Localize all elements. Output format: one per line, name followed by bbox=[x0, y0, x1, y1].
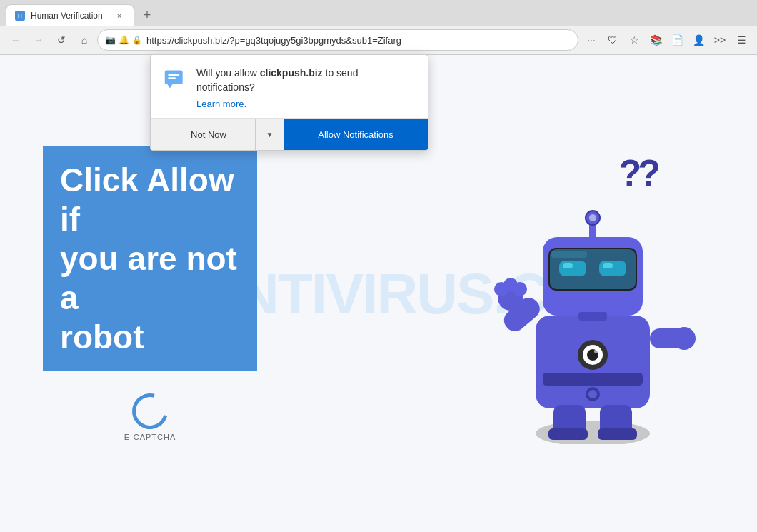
popup-body: Will you allow clickpush.biz to send not… bbox=[151, 55, 428, 118]
active-tab[interactable]: H Human Verification × bbox=[6, 4, 134, 26]
popup-message: Will you allow clickpush.biz to send not… bbox=[196, 66, 416, 94]
tab-favicon: H bbox=[15, 11, 25, 21]
notification-popup: Will you allow clickpush.biz to send not… bbox=[150, 54, 428, 151]
svg-text:H: H bbox=[18, 13, 22, 19]
back-button[interactable]: ← bbox=[6, 30, 26, 50]
toolbar-right: ··· 🛡 ☆ 📚 📄 👤 >> ☰ bbox=[581, 30, 751, 50]
address-bar-icons: 📷 🔔 🔒 bbox=[105, 35, 142, 45]
captcha-c-logo bbox=[131, 393, 169, 430]
reader-icon: 📄 bbox=[671, 34, 683, 46]
popup-chat-icon bbox=[162, 66, 188, 92]
camera-icon: 📷 bbox=[105, 35, 116, 45]
account-button[interactable]: 👤 bbox=[688, 30, 708, 50]
notification-icon: 🔔 bbox=[119, 35, 129, 45]
svg-rect-37 bbox=[598, 428, 637, 440]
tab-bar: H Human Verification × + bbox=[0, 0, 757, 26]
robot-svg bbox=[486, 159, 714, 444]
more-icon: ··· bbox=[587, 34, 596, 46]
dropdown-arrow-icon[interactable]: ▼ bbox=[255, 119, 284, 150]
toolbar: ← → ↺ ⌂ 📷 🔔 🔒 ··· 🛡 ☆ bbox=[0, 26, 757, 54]
allow-notifications-button[interactable]: Allow Notifications bbox=[284, 119, 428, 150]
address-input[interactable] bbox=[146, 35, 571, 46]
forward-icon: → bbox=[34, 34, 44, 46]
content-area: Click Allow if you are not a robot E-CAP… bbox=[0, 144, 757, 444]
svg-rect-22 bbox=[603, 263, 613, 268]
tab-label: Human Verification bbox=[31, 11, 108, 21]
back-icon: ← bbox=[11, 34, 21, 46]
reader-button[interactable]: 📄 bbox=[667, 30, 687, 50]
address-bar[interactable]: 📷 🔔 🔒 bbox=[97, 29, 578, 51]
click-allow-text: Click Allow if you are not a robot bbox=[43, 146, 257, 372]
home-icon: ⌂ bbox=[81, 34, 87, 46]
svg-rect-5 bbox=[168, 77, 176, 79]
popup-actions: Not Now ▼ Allow Notifications bbox=[151, 118, 428, 150]
svg-point-25 bbox=[589, 214, 596, 221]
popup-prefix: Will you allow bbox=[196, 67, 260, 79]
new-tab-button[interactable]: + bbox=[137, 5, 157, 25]
refresh-button[interactable]: ↺ bbox=[51, 30, 71, 50]
svg-point-12 bbox=[594, 349, 598, 353]
svg-rect-21 bbox=[563, 263, 573, 268]
account-icon: 👤 bbox=[693, 34, 705, 46]
sidepanel-icon: 📚 bbox=[650, 34, 662, 46]
more-button[interactable]: ··· bbox=[581, 30, 601, 50]
lock-icon: 🔒 bbox=[132, 36, 142, 45]
captcha-label: E-CAPTCHA bbox=[124, 433, 176, 441]
menu-button[interactable]: ☰ bbox=[731, 30, 751, 50]
not-now-button[interactable]: Not Now ▼ bbox=[151, 119, 284, 150]
learn-more-link[interactable]: Learn more. bbox=[196, 99, 416, 109]
not-now-label: Not Now bbox=[162, 129, 255, 140]
click-allow-line2: you are not a bbox=[60, 240, 237, 316]
menu-icon: ☰ bbox=[737, 34, 746, 46]
svg-rect-8 bbox=[543, 373, 643, 386]
extensions-button[interactable]: >> bbox=[710, 30, 730, 50]
svg-rect-4 bbox=[168, 74, 179, 76]
browser-chrome: H Human Verification × + ← → ↺ ⌂ 📷 🔔 🔒 bbox=[0, 0, 757, 55]
forward-button[interactable]: → bbox=[29, 30, 49, 50]
svg-point-31 bbox=[513, 282, 527, 296]
refresh-icon: ↺ bbox=[57, 34, 66, 46]
svg-point-33 bbox=[673, 327, 696, 350]
popup-text: Will you allow clickpush.biz to send not… bbox=[196, 66, 416, 109]
svg-point-14 bbox=[588, 390, 597, 398]
history-button[interactable]: 📚 bbox=[646, 30, 666, 50]
captcha-c-shape bbox=[126, 387, 174, 436]
robot-illustration: ?? bbox=[457, 144, 714, 444]
shield-button[interactable]: 🛡 bbox=[603, 30, 623, 50]
extensions-icon: >> bbox=[714, 34, 726, 46]
popup-site-name: clickpush.biz bbox=[260, 67, 323, 79]
svg-rect-18 bbox=[551, 251, 587, 258]
svg-rect-35 bbox=[548, 428, 588, 440]
svg-rect-20 bbox=[599, 261, 626, 276]
ecaptcha-logo: E-CAPTCHA bbox=[43, 393, 257, 441]
svg-rect-19 bbox=[559, 261, 586, 276]
svg-marker-3 bbox=[167, 84, 172, 88]
tab-close-button[interactable]: × bbox=[114, 10, 125, 21]
svg-rect-26 bbox=[578, 312, 607, 321]
bookmark-button[interactable]: ☆ bbox=[624, 30, 644, 50]
bookmark-icon: ☆ bbox=[630, 34, 639, 46]
left-content: Click Allow if you are not a robot E-CAP… bbox=[43, 146, 257, 442]
click-allow-line1: Click Allow if bbox=[60, 161, 234, 238]
shield-icon: 🛡 bbox=[608, 34, 618, 46]
click-allow-line3: robot bbox=[60, 318, 144, 356]
home-button[interactable]: ⌂ bbox=[74, 30, 94, 50]
